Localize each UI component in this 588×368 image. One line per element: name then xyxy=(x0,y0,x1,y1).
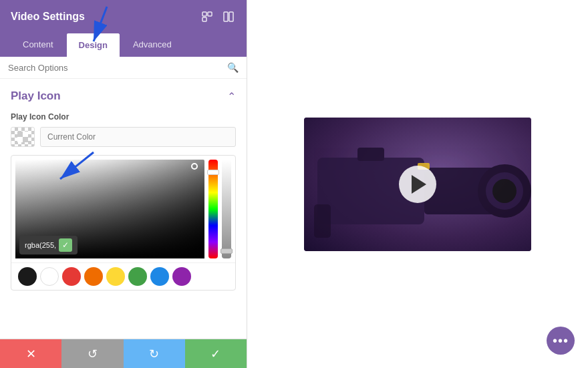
svg-point-16 xyxy=(492,179,517,203)
swatch-orange[interactable] xyxy=(84,267,103,286)
video-thumbnail xyxy=(304,118,531,251)
play-icon xyxy=(412,175,426,194)
svg-rect-17 xyxy=(357,148,384,161)
field-label: Play Icon Color xyxy=(11,112,236,122)
swatch-blue[interactable] xyxy=(150,267,169,286)
play-button[interactable] xyxy=(399,166,436,203)
right-area: ••• xyxy=(247,0,588,368)
picker-main: rgba(255, ✓ xyxy=(11,156,235,262)
columns-icon[interactable] xyxy=(221,9,236,24)
color-text-input[interactable] xyxy=(40,127,236,147)
swatch-black[interactable] xyxy=(18,267,37,286)
swatch-green[interactable] xyxy=(128,267,147,286)
panel-title: Video Settings xyxy=(11,11,85,23)
swatch-yellow[interactable] xyxy=(106,267,125,286)
tab-advanced[interactable]: Advanced xyxy=(121,32,184,57)
svg-rect-6 xyxy=(224,12,228,21)
section-title: Play Icon xyxy=(11,89,61,103)
svg-rect-10 xyxy=(23,132,28,137)
section-header: Play Icon ⌃ xyxy=(11,89,236,103)
rgba-input[interactable]: rgba(255, ✓ xyxy=(19,236,78,254)
tab-content[interactable]: Content xyxy=(11,32,65,57)
color-swatches-row xyxy=(11,262,235,290)
expand-icon[interactable] xyxy=(200,9,214,24)
svg-rect-19 xyxy=(314,204,331,238)
footer-bar: ✕ ↺ ↻ ✓ xyxy=(0,339,247,368)
svg-rect-8 xyxy=(17,132,23,137)
svg-rect-9 xyxy=(23,137,28,142)
svg-rect-11 xyxy=(17,137,23,142)
redo-button[interactable]: ↻ xyxy=(124,339,185,368)
svg-rect-5 xyxy=(202,17,206,21)
swatch-red[interactable] xyxy=(62,267,81,286)
panel-icons xyxy=(200,9,236,24)
confirm-button[interactable]: ✓ xyxy=(185,339,247,368)
panel-content: Play Icon ⌃ Play Icon Color xyxy=(0,79,247,339)
svg-rect-3 xyxy=(202,12,206,16)
picker-cursor[interactable] xyxy=(191,163,198,170)
color-input-row xyxy=(11,127,236,147)
rgba-confirm-btn[interactable]: ✓ xyxy=(59,238,72,252)
svg-rect-4 xyxy=(208,12,212,16)
color-picker[interactable]: rgba(255, ✓ xyxy=(11,155,236,291)
tabs-row: Content Design Advanced xyxy=(11,32,236,57)
gradient-canvas[interactable]: rgba(255, ✓ xyxy=(15,160,204,258)
hue-handle[interactable] xyxy=(207,170,219,175)
hue-slider[interactable] xyxy=(208,160,218,258)
color-swatch[interactable] xyxy=(11,127,35,147)
swatch-purple[interactable] xyxy=(172,267,191,286)
rgba-value: rgba(255, xyxy=(25,241,56,249)
fab-button[interactable]: ••• xyxy=(547,327,575,355)
swatch-white[interactable] xyxy=(40,267,59,286)
tab-design[interactable]: Design xyxy=(65,32,121,57)
search-icon: 🔍 xyxy=(227,62,239,73)
opacity-handle[interactable] xyxy=(220,248,233,254)
search-bar: 🔍 xyxy=(0,57,247,79)
undo-button[interactable]: ↺ xyxy=(61,339,123,368)
section-collapse-icon[interactable]: ⌃ xyxy=(227,90,236,103)
search-input[interactable] xyxy=(8,63,227,73)
svg-rect-7 xyxy=(229,12,233,21)
panel-header: Video Settings Content xyxy=(0,0,247,57)
opacity-slider[interactable] xyxy=(222,160,231,258)
cancel-button[interactable]: ✕ xyxy=(0,339,61,368)
sliders-container xyxy=(208,160,218,258)
